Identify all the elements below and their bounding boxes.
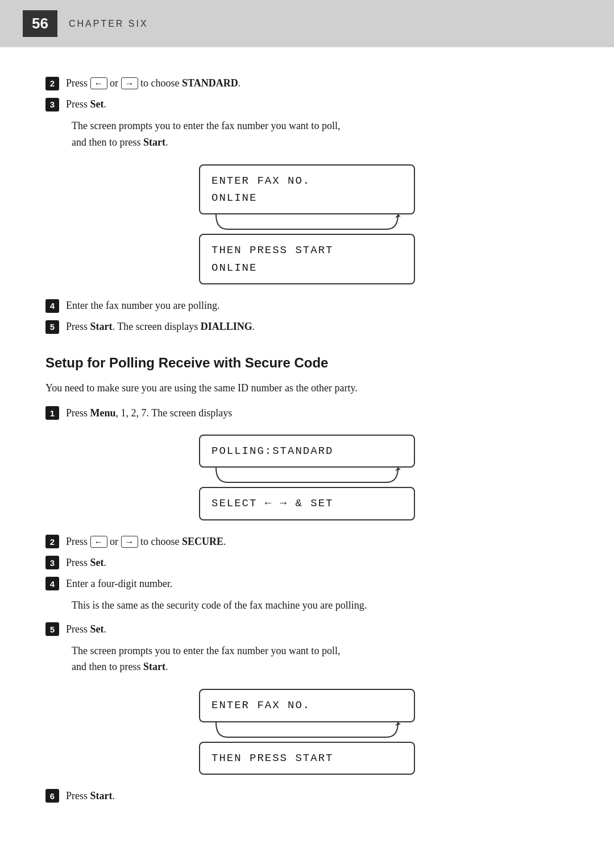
s2-step-3-badge: 3 xyxy=(45,556,59,569)
s2-right-arrow-key: → xyxy=(121,536,138,548)
s2-step-1-text: Press Menu, 1, 2, 7. The screen displays xyxy=(66,406,232,421)
s2-step-5-row: 5 Press Set. xyxy=(45,622,569,637)
indented-para-3: The screen prompts you to enter the fax … xyxy=(72,643,569,676)
s2-step-2-text: Press ← or → to choose SECURE. xyxy=(66,534,226,549)
curve-connector-2 xyxy=(205,468,409,483)
s2-step-4-text: Enter a four-digit number. xyxy=(66,576,173,592)
lcd-screen-bottom-2: SELECT ← → & SET xyxy=(199,487,415,520)
s2-left-arrow-key: ← xyxy=(90,536,107,548)
s2-step-6-text: Press Start. xyxy=(66,788,115,804)
left-arrow-key: ← xyxy=(90,77,107,89)
s2-step-6-badge: 6 xyxy=(45,789,59,803)
start-label-2: Start xyxy=(90,790,113,801)
curve-connector-1 xyxy=(205,214,409,230)
page-number: 56 xyxy=(23,10,57,37)
secure-label: SECURE xyxy=(182,536,223,547)
screen5: ENTER FAX NO. xyxy=(211,697,403,714)
start-label-1: Start xyxy=(90,321,113,332)
step-5-badge: 5 xyxy=(45,320,59,334)
curve-connector-3 xyxy=(205,722,409,738)
lcd-screen-top-1: ENTER FAX NO. ONLINE xyxy=(199,164,415,215)
step-3-badge: 3 xyxy=(45,98,59,111)
step-3-row: 3 Press Set. xyxy=(45,97,569,112)
screen1-line1: ENTER FAX NO. xyxy=(211,172,403,189)
step-2-text: Press ← or → to choose STANDARD. xyxy=(66,76,240,91)
s2-step-4-badge: 4 xyxy=(45,577,59,590)
screen2-line1: THEN PRESS START xyxy=(211,242,403,259)
chapter-label: CHAPTER SIX xyxy=(69,19,148,29)
lcd-screen-bottom-3: THEN PRESS START xyxy=(199,742,415,775)
right-arrow-key: → xyxy=(121,77,138,89)
step-4-text: Enter the fax number you are polling. xyxy=(66,298,219,313)
s2-step-1-row: 1 Press Menu, 1, 2, 7. The screen displa… xyxy=(45,406,569,421)
s2-step-3-text: Press Set. xyxy=(66,555,106,571)
screen-display-3: ENTER FAX NO. THEN PRESS START xyxy=(199,689,415,775)
dialling-label: DIALLING xyxy=(201,321,252,332)
s2-step-2-row: 2 Press ← or → to choose SECURE. xyxy=(45,534,569,549)
screen2-line2: ONLINE xyxy=(211,259,403,276)
step-5-row: 5 Press Start. The screen displays DIALL… xyxy=(45,319,569,334)
screen6: THEN PRESS START xyxy=(211,750,403,767)
screen4: SELECT ← → & SET xyxy=(211,495,403,512)
screen-display-2: POLLING:STANDARD SELECT ← → & SET xyxy=(199,435,415,520)
s2-step-1-badge: 1 xyxy=(45,406,59,420)
step-2-badge: 2 xyxy=(45,77,59,90)
lcd-screen-bottom-1: THEN PRESS START ONLINE xyxy=(199,234,415,284)
screen1-line2: ONLINE xyxy=(211,189,403,206)
screen-display-1: ENTER FAX NO. ONLINE THEN PRESS START ON… xyxy=(199,164,415,285)
s2-step-6-row: 6 Press Start. xyxy=(45,788,569,804)
s2-step-2-badge: 2 xyxy=(45,535,59,548)
lcd-screen-top-3: ENTER FAX NO. xyxy=(199,689,415,722)
standard-label: STANDARD xyxy=(182,77,238,89)
s2-step-5-text: Press Set. xyxy=(66,622,106,637)
indented-para-2: This is the same as the security code of… xyxy=(72,597,569,614)
step-3-text: Press Set. xyxy=(66,97,106,112)
step-4-badge: 4 xyxy=(45,299,59,313)
s2-step-5-badge: 5 xyxy=(45,622,59,636)
page-content: 2 Press ← or → to choose STANDARD. 3 Pre… xyxy=(0,76,614,844)
lcd-screen-top-2: POLLING:STANDARD xyxy=(199,435,415,468)
step-2-row: 2 Press ← or → to choose STANDARD. xyxy=(45,76,569,91)
step-4-row: 4 Enter the fax number you are polling. xyxy=(45,298,569,313)
s2-step-4-row: 4 Enter a four-digit number. xyxy=(45,576,569,592)
step-5-text: Press Start. The screen displays DIALLIN… xyxy=(66,319,255,334)
set-label-3: Set xyxy=(90,623,104,635)
set-label-2: Set xyxy=(90,557,104,568)
section-2-body: You need to make sure you are using the … xyxy=(45,380,569,396)
menu-label: Menu xyxy=(90,407,116,419)
screen3: POLLING:STANDARD xyxy=(211,443,403,460)
section-2-heading: Setup for Polling Receive with Secure Co… xyxy=(45,355,569,371)
page-header: 56 CHAPTER SIX xyxy=(0,0,614,47)
indented-para-1: The screen prompts you to enter the fax … xyxy=(72,118,569,151)
s2-step-3-row: 3 Press Set. xyxy=(45,555,569,571)
set-label-1: Set xyxy=(90,98,104,110)
